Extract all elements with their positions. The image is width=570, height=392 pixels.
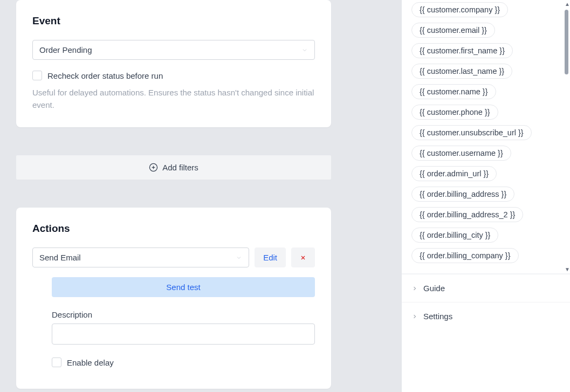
event-select-value: Order Pending: [39, 45, 92, 54]
variable-pill[interactable]: {{ customer.name }}: [411, 84, 496, 99]
enable-delay-checkbox[interactable]: [52, 357, 61, 367]
variable-pill[interactable]: {{ order.billing_city }}: [411, 228, 498, 243]
enable-delay-label: Enable delay: [67, 358, 114, 367]
event-select[interactable]: Order Pending: [32, 40, 315, 60]
chevron-right-icon: [411, 285, 418, 292]
variable-pill[interactable]: {{ customer.email }}: [411, 23, 495, 38]
description-input[interactable]: [52, 324, 315, 345]
variable-pill[interactable]: {{ customer.phone }}: [411, 105, 498, 120]
settings-label: Settings: [423, 312, 452, 321]
action-body: Send test Description Enable delay: [52, 277, 315, 367]
scroll-down-arrow-icon[interactable]: ▼: [565, 266, 570, 272]
recheck-help-text: Useful for delayed automations. Ensures …: [32, 87, 315, 111]
actions-title: Actions: [32, 223, 315, 235]
variable-pill[interactable]: {{ customer.username }}: [411, 146, 511, 161]
recheck-checkbox[interactable]: [32, 71, 42, 80]
variable-pill[interactable]: {{ customer.first_name }}: [411, 43, 513, 58]
close-icon: [300, 255, 306, 261]
actions-card: Actions Send Email Edit Send test Descri…: [16, 208, 331, 389]
variable-pill[interactable]: {{ order.billing_address }}: [411, 187, 514, 202]
variable-pill[interactable]: {{ order.billing_company }}: [411, 248, 519, 263]
action-type-select[interactable]: Send Email: [32, 247, 249, 267]
add-filters-label: Add filters: [162, 163, 198, 172]
description-label: Description: [52, 310, 315, 319]
event-card: Event Order Pending Recheck order status…: [16, 0, 331, 127]
chevron-right-icon: [411, 313, 418, 320]
scrollbar-thumb[interactable]: [565, 10, 568, 74]
guide-label: Guide: [423, 284, 445, 293]
event-title: Event: [32, 15, 315, 27]
recheck-label: Recheck order status before run: [47, 71, 163, 80]
main-column: Event Order Pending Recheck order status…: [0, 0, 401, 392]
right-sidebar: ▲ {{ customer.company }}{{ customer.emai…: [401, 0, 570, 392]
add-filters-button[interactable]: Add filters: [16, 155, 331, 180]
delete-button[interactable]: [291, 247, 315, 267]
send-test-button[interactable]: Send test: [52, 277, 315, 297]
settings-accordion[interactable]: Settings: [402, 302, 570, 330]
variable-pill[interactable]: {{ customer.last_name }}: [411, 64, 512, 79]
chevron-down-icon: [301, 47, 308, 53]
action-select-value: Send Email: [39, 253, 81, 262]
variable-pill[interactable]: {{ order.billing_address_2 }}: [411, 207, 523, 222]
guide-accordion[interactable]: Guide: [402, 274, 570, 302]
scrollbar[interactable]: [563, 10, 570, 264]
edit-button[interactable]: Edit: [255, 247, 286, 267]
variable-pill[interactable]: {{ customer.unsubscribe_url }}: [411, 125, 532, 140]
chevron-down-icon: [236, 255, 242, 261]
variables-panel: ▲ {{ customer.company }}{{ customer.emai…: [402, 0, 570, 274]
plus-circle-icon: [149, 163, 158, 172]
variable-pill[interactable]: {{ customer.company }}: [411, 2, 508, 17]
variable-pill[interactable]: {{ order.admin_url }}: [411, 166, 497, 181]
